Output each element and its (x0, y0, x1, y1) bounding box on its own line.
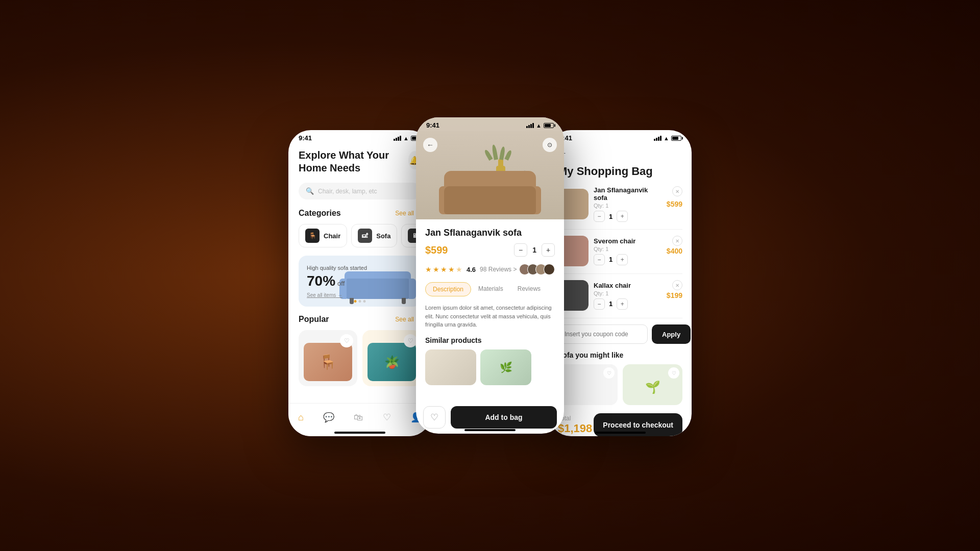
cart-qty-increase-1[interactable]: + (617, 211, 628, 222)
similar-product-1[interactable] (425, 349, 476, 385)
status-bar-2: 9:41 ▲ (416, 117, 564, 131)
suggest-card-2[interactable]: ♡ 🌱 (623, 364, 682, 405)
promo-banner[interactable]: High quality sofa started 70% off See al… (299, 256, 421, 307)
status-bar-3: 9:41 ▲ (549, 130, 692, 144)
cart-item-info-2: Sverom chair Qty: 1 − 1 + (594, 237, 662, 265)
cart-item-info-1: Jan Sflanaganvik sofa Qty: 1 − 1 + (594, 186, 662, 222)
cart-remove-3[interactable]: ✕ (672, 280, 682, 290)
wishlist-chair-button[interactable]: ♡ (340, 334, 353, 347)
cart-qty-val-2: 1 (609, 256, 612, 263)
promo-percent: 70% (307, 273, 335, 289)
tab-description[interactable]: Description (425, 282, 471, 296)
product-actions: ♡ Add to bag (423, 406, 557, 429)
cart-qty-decrease-1[interactable]: − (594, 211, 605, 222)
popular-section-header: Popular See all → (299, 315, 421, 324)
category-label-chair: Chair (324, 232, 340, 240)
status-time-1: 9:41 (299, 134, 312, 142)
suggest-heart-1[interactable]: ♡ (603, 367, 615, 379)
promo-text: High quality sofa started 70% off See al… (307, 265, 367, 298)
cart-qty-row-3: − 1 + (594, 298, 662, 310)
suggestions-row: ♡ ♡ 🌱 (558, 364, 682, 405)
category-chip-chair[interactable]: 🪑 Chair (299, 224, 347, 247)
suggest-heart-2[interactable]: ♡ (668, 367, 679, 379)
cart-item-info-3: Kallax chair Qty: 1 − 1 + (594, 282, 662, 310)
status-icons-3: ▲ (654, 135, 681, 141)
cart-content: ← My Shopping Bag Jan Sflanaganvik sofa … (549, 148, 692, 436)
battery-icon-2 (544, 123, 554, 128)
divider-3 (558, 318, 682, 318)
phone-cart: 9:41 ▲ ← My Shopping Bag (549, 130, 692, 436)
ar-view-button[interactable]: ⊙ (543, 138, 557, 152)
wishlist-table-button[interactable]: ♡ (404, 334, 417, 347)
search-bar[interactable]: 🔍 Chair, desk, lamp, etc (299, 183, 421, 199)
favorite-button[interactable]: ♡ (423, 406, 446, 429)
cart-qty-row-1: − 1 + (594, 211, 662, 222)
coupon-input[interactable] (558, 324, 648, 344)
product-name: Jan Sflanaganvik sofa (425, 228, 555, 238)
cart-item-right-3: ✕ $199 (667, 291, 682, 299)
cart-qty-decrease-2[interactable]: − (594, 254, 605, 265)
popular-grid: ♡ 🪑 ♡ 🪴 (299, 330, 421, 386)
cart-back-button[interactable]: ← (558, 148, 682, 159)
qty-decrease-button[interactable]: − (514, 243, 527, 257)
home-indicator-3 (595, 432, 646, 434)
popular-card-chair[interactable]: ♡ 🪑 (299, 330, 357, 386)
apply-coupon-button[interactable]: Apply (652, 324, 691, 344)
back-button[interactable]: ← (423, 138, 437, 152)
promo-link[interactable]: See all items → (307, 292, 367, 298)
home-indicator-1 (334, 432, 385, 434)
wifi-icon-1: ▲ (403, 135, 409, 141)
star-1: ★ (425, 265, 432, 273)
promo-dots (354, 300, 366, 303)
chair-product-image: 🪑 (304, 343, 352, 381)
sofa-category-image: 🛋 (358, 229, 372, 243)
category-label-sofa: Sofa (376, 232, 390, 240)
tab-reviews[interactable]: Reviews (510, 282, 548, 296)
rating-row: ★ ★ ★ ★ ★ 4.6 98 Reviews > (425, 264, 555, 275)
add-to-bag-button[interactable]: Add to bag (451, 406, 557, 429)
cart-item-right-1: ✕ $599 (667, 200, 682, 208)
nav-wishlist[interactable]: ♡ (383, 412, 391, 423)
cart-item-2: Sverom chair Qty: 1 − 1 + ✕ $400 (558, 236, 682, 266)
cart-remove-2[interactable]: ✕ (672, 236, 682, 246)
price-qty-row: $599 − 1 + (425, 243, 555, 257)
cart-qty-decrease-3[interactable]: − (594, 298, 605, 310)
quantity-control: − 1 + (514, 243, 555, 257)
checkout-label: Proceed to checkout (603, 421, 673, 429)
star-rating: ★ ★ ★ ★ ★ (425, 265, 462, 273)
cart-qty-increase-2[interactable]: + (617, 254, 628, 265)
category-chip-sofa[interactable]: 🛋 Sofa (351, 224, 397, 247)
tab-materials[interactable]: Materials (471, 282, 510, 296)
chat-nav-icon: 💬 (323, 412, 334, 423)
cart-item-price-2: $400 (667, 247, 682, 255)
home-header: Explore What Your Home Needs 🔔 (299, 149, 421, 174)
cart-item-1: Jan Sflanaganvik sofa Qty: 1 − 1 + ✕ $59… (558, 186, 682, 222)
wifi-icon-2: ▲ (536, 122, 542, 129)
total-section: Total $1,198 (558, 415, 592, 435)
status-time-2: 9:41 (426, 121, 439, 129)
search-input[interactable]: Chair, desk, lamp, etc (318, 188, 377, 195)
phone-product: 9:41 ▲ ← ⊙ (416, 117, 564, 434)
home-indicator-2 (464, 429, 516, 431)
popular-card-table[interactable]: ♡ 🪴 (362, 330, 421, 386)
nav-home[interactable]: ⌂ (298, 412, 304, 423)
reviewer-avatars (522, 264, 555, 275)
qty-increase-button[interactable]: + (542, 243, 555, 257)
apply-label: Apply (662, 331, 680, 338)
cart-qty-increase-3[interactable]: + (617, 298, 628, 310)
categories-title: Categories (299, 209, 341, 218)
nav-chat[interactable]: 💬 (323, 412, 334, 423)
signal-icon-3 (654, 136, 662, 141)
suggest-card-1[interactable]: ♡ (558, 364, 618, 405)
similar-product-2[interactable]: 🌿 (480, 349, 531, 385)
star-3: ★ (440, 265, 447, 273)
cart-qty-val-1: 1 (609, 213, 612, 220)
rating-score: 4.6 (467, 266, 476, 273)
divider-1 (558, 229, 682, 230)
divider-2 (558, 273, 682, 274)
status-icons-2: ▲ (526, 122, 554, 129)
nav-bag[interactable]: 🛍 (354, 412, 363, 423)
cart-remove-1[interactable]: ✕ (672, 186, 682, 196)
review-count[interactable]: 98 Reviews > (480, 266, 517, 273)
add-to-bag-label: Add to bag (485, 413, 522, 421)
